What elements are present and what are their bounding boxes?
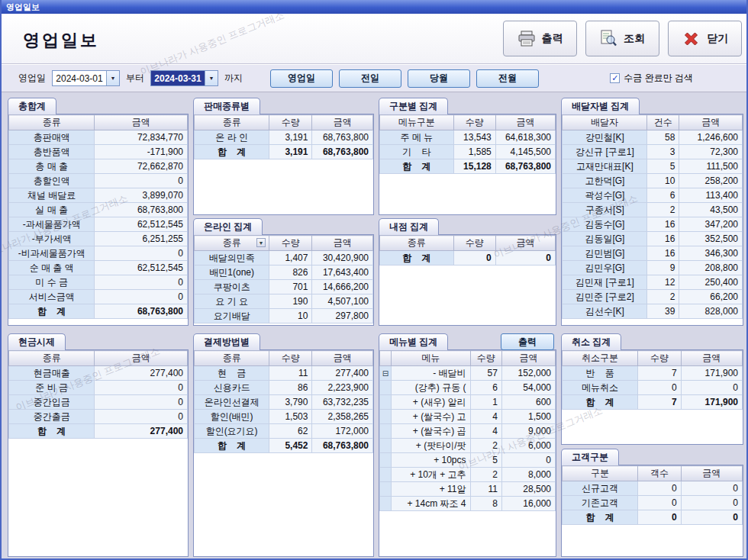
table-row[interactable]: 중간입금0 (9, 395, 188, 410)
table-row[interactable]: 김선수[K]39828,000 (563, 304, 743, 319)
table-row[interactable]: 배달의민족1,40730,420,900 (195, 251, 373, 266)
table-row[interactable]: 기 타1,5854,145,500 (380, 145, 556, 159)
table-row[interactable]: + 10pcs50 (380, 453, 556, 468)
table-row[interactable]: 할인(배민)1,5032,358,265 (195, 410, 373, 424)
table-row[interactable]: 준 비 금0 (9, 381, 188, 395)
column-header[interactable]: 금액 (312, 351, 373, 366)
table-row[interactable]: -비과세물품가액0 (9, 246, 188, 261)
table-row[interactable]: 김동일[G]16352,500 (563, 232, 743, 246)
table-row[interactable]: 곽성수[G]6113,400 (563, 188, 743, 203)
dropdown-arrow-icon[interactable]: ▼ (106, 71, 119, 85)
close-button[interactable]: 닫기 (668, 21, 742, 56)
table-row[interactable]: + (팟타이/팟26,000 (380, 439, 556, 453)
table-row[interactable]: 메뉴취소00 (563, 381, 743, 395)
panel-cancel-tab[interactable]: 취소 집계 (561, 333, 621, 350)
panel-sales-type-tab[interactable]: 판매종류별 (193, 98, 260, 114)
table-row[interactable]: 실 매 출68,763,800 (9, 203, 188, 217)
table-row[interactable]: 온라인선결제3,79063,732,235 (195, 395, 373, 410)
table-row[interactable]: 순 매 출 액62,512,545 (9, 261, 188, 275)
table-row[interactable]: -과세물품가액62,512,545 (9, 217, 188, 232)
table-row[interactable]: + (새우) 알리1600 (380, 395, 556, 410)
date-from-value[interactable]: 2024-03-01 (53, 71, 106, 85)
column-header[interactable]: 종류 (195, 351, 269, 366)
column-header[interactable]: 금액 (495, 236, 555, 251)
table-row[interactable]: 총 매 출72,662,870 (9, 159, 188, 174)
panel-category-tab[interactable]: 구분별 집계 (379, 98, 448, 114)
column-header[interactable]: 수량 (269, 351, 312, 366)
table-row[interactable]: 합 계00 (563, 510, 743, 525)
table-row[interactable]: 강신규 [구로1]372,300 (563, 145, 743, 159)
table-row[interactable]: 기존고객00 (563, 496, 743, 510)
table-row[interactable]: 김동수[G]16347,200 (563, 217, 743, 232)
table-row[interactable]: 합 계7171,900 (563, 395, 743, 410)
table-row[interactable]: 중간출금0 (9, 410, 188, 424)
menu-print-button[interactable]: 출력 (501, 333, 554, 350)
table-row[interactable]: + (쌀국수) 곱49,000 (380, 424, 556, 439)
panel-deliverer-tab[interactable]: 배달자별 집계 (561, 98, 640, 114)
table-row[interactable]: 할인(요기요)62172,000 (195, 424, 373, 439)
column-header[interactable]: 건수 (646, 115, 679, 130)
table-row[interactable]: 요기배달10297,800 (195, 309, 373, 323)
table-row[interactable]: 합 계15,12868,763,800 (380, 159, 556, 174)
filter-icon[interactable]: ▼ (256, 238, 266, 247)
range-button-business-day[interactable]: 영업일 (270, 69, 333, 88)
column-header[interactable]: 메뉴 (392, 351, 471, 366)
table-row[interactable]: 요 기 요1904,507,100 (195, 294, 373, 309)
table-row[interactable]: + 11알1128,500 (380, 482, 556, 497)
table-row[interactable]: -부가세액6,251,255 (9, 232, 188, 246)
table-row[interactable]: 신용카드862,223,900 (195, 381, 373, 395)
column-header[interactable]: 수량 (470, 351, 501, 366)
column-header[interactable]: 금액 (681, 466, 742, 481)
table-row[interactable]: 고재만대표[K]5111,500 (563, 159, 743, 174)
column-header[interactable]: 종류 (9, 351, 95, 366)
date-to-value[interactable]: 2024-03-31 (151, 71, 205, 85)
column-header[interactable]: 취소구분 (563, 351, 638, 366)
table-row[interactable]: 채널 배달료3,899,070 (9, 188, 188, 203)
table-row[interactable]: 배민1(one)82617,643,400 (195, 266, 373, 280)
table-row[interactable]: 서비스금액0 (9, 290, 188, 304)
date-to-input[interactable]: 2024-03-31 ▼ (150, 70, 218, 86)
table-row[interactable]: 김민우[G]9208,800 (563, 261, 743, 275)
column-header[interactable]: 금액 (95, 115, 188, 130)
panel-online-tab[interactable]: 온라인 집계 (193, 218, 263, 235)
column-header[interactable]: 금액 (681, 351, 742, 366)
table-row[interactable]: 구종서[S]243,500 (563, 203, 743, 217)
column-header[interactable]: 수량 (269, 115, 312, 130)
table-row[interactable]: + 14cm 짜조 4816,000 (380, 497, 556, 511)
range-button-previous-month[interactable]: 전월 (476, 69, 539, 88)
panel-total-tab[interactable]: 총합계 (8, 98, 56, 114)
table-row[interactable]: ⊟- 배달비57152,000 (380, 366, 556, 381)
table-row[interactable]: + (쌀국수) 고41,500 (380, 410, 556, 424)
column-header[interactable]: 종류 (195, 115, 269, 130)
table-row[interactable]: 쿠팡이츠70114,666,200 (195, 280, 373, 294)
table-row[interactable]: 김민범[G]16346,300 (563, 246, 743, 261)
column-header[interactable]: 배달자 (563, 115, 647, 130)
table-row[interactable]: 합 계68,763,800 (9, 304, 188, 319)
title-bar[interactable]: 영업일보 (2, 0, 746, 14)
table-row[interactable]: + 10개 + 고추28,000 (380, 468, 556, 482)
column-header[interactable]: 수량 (638, 351, 682, 366)
print-button[interactable]: 출력 (503, 21, 577, 56)
checkbox-check-icon[interactable]: ✓ (610, 73, 620, 83)
table-row[interactable]: 주 메 뉴13,54364,618,300 (380, 130, 556, 145)
panel-cash-tab[interactable]: 현금시제 (8, 333, 66, 350)
table-row[interactable]: 강민철[K]581,246,600 (563, 130, 743, 145)
panel-menu-tab[interactable]: 메뉴별 집계 (379, 333, 448, 350)
column-header[interactable]: 구분 (563, 466, 638, 481)
column-header[interactable]: 수량 (453, 115, 495, 130)
table-row[interactable]: 합 계00 (380, 251, 556, 266)
collected-only-checkbox[interactable]: ✓ 수금 완료만 검색 (610, 72, 693, 85)
column-header[interactable]: 금액 (501, 351, 555, 366)
column-header[interactable]: 종류 (9, 115, 95, 130)
column-header[interactable]: 금액 (495, 115, 555, 130)
column-header[interactable]: 금액 (312, 115, 373, 130)
table-row[interactable]: 합 계277,400 (9, 424, 188, 439)
column-header[interactable]: 금액 (312, 236, 373, 251)
search-button[interactable]: 조회 (585, 21, 659, 56)
table-row[interactable]: 현금매출277,400 (9, 366, 188, 381)
dropdown-arrow-icon[interactable]: ▼ (205, 71, 218, 85)
table-row[interactable]: 총할인액0 (9, 174, 188, 188)
table-row[interactable]: 미 수 금0 (9, 275, 188, 290)
table-row[interactable]: 합 계5,45268,763,800 (195, 439, 373, 453)
range-button-previous-day[interactable]: 전일 (339, 69, 401, 88)
